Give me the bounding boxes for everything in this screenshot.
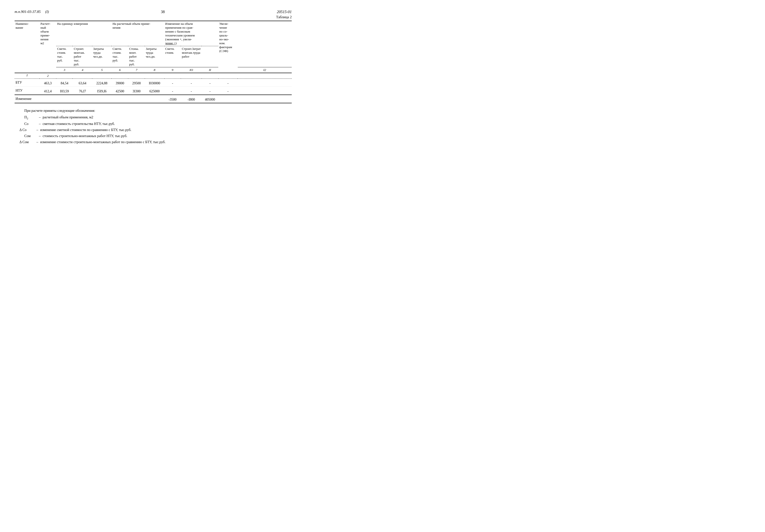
note-text-delta-co: изменение сметной стоимости по сравнению… [40, 128, 131, 132]
col-num-row-12: I 2 [15, 73, 292, 79]
doc-ref-text: т.п.901-03-37.85 [15, 10, 41, 14]
note-symbol-delta-co: Δ Со [19, 128, 36, 132]
ntu-col9: - [164, 87, 181, 95]
notes-section: При расчете приняты следующие обозначени… [15, 109, 292, 144]
change-col10: -I800 [181, 95, 202, 103]
doc-ref: т.п.901-03-37.85 (I) [15, 10, 49, 14]
btu-col5: 2224,88 [92, 79, 112, 87]
col-num-1: I [15, 73, 40, 79]
ntu-col8: 625000 [145, 87, 164, 95]
btu-col3: 84,54 [56, 79, 73, 87]
ntu-name: НТУ [15, 87, 40, 95]
btu-col10: - [181, 79, 202, 87]
change-col3 [56, 95, 73, 103]
table-row-btu: БТУ 463,3 84,54 63,64 2224,88 39000 2950… [15, 79, 292, 87]
col-num-8: 8 [145, 67, 164, 73]
note-symbol-delta-com: Δ Сом [19, 140, 36, 144]
change-col6 [112, 95, 128, 103]
table-row-ntu: НТУ 412,4 I03,59 76,I7 I5I9,I6 42500 3I3… [15, 87, 292, 95]
table-title: Таблица 2 [15, 15, 292, 19]
change-col9: -3500 [164, 95, 181, 103]
ntu-col4: 76,I7 [73, 87, 92, 95]
btu-name: БТУ [15, 79, 40, 87]
col-header-vol: Расчет-ныйобъемприме-нениям2 [40, 21, 56, 73]
btu-col7: 29500 [128, 79, 145, 87]
note-dash-co: – [39, 122, 41, 126]
col-header-stroit-mont: Строит.монтаж.работтыс.руб. [73, 46, 92, 67]
note-item-delta-com: Δ Сом – изменение стоимости строительно-… [19, 140, 292, 144]
col-header-stony-mont: Стоны.монт.работтыс.руб. [128, 46, 145, 67]
btu-col4: 63,64 [73, 79, 92, 87]
ntu-col2: 412,4 [40, 87, 56, 95]
note-text-co: сметная стоимость строительства НТУ, тыс… [43, 122, 115, 126]
main-table: Наимено-вание Расчет-ныйобъемприме-нения… [15, 21, 292, 103]
btu-col12: - [218, 79, 238, 87]
change-col11: 405000 [202, 95, 218, 103]
col-num-3: 3 [56, 67, 73, 73]
col-num-5: 5 [92, 67, 112, 73]
col-num-9: 9 [164, 67, 181, 73]
col-header-smeta-stoi: Сметн.стоим.тыс.руб. [56, 46, 73, 67]
ntu-col10: - [181, 87, 202, 95]
change-col7 [128, 95, 145, 103]
page-header: т.п.901-03-37.85 (I) 38 20515-01 [15, 10, 292, 14]
col-header-change: Изменение на объемприменения по срав-нен… [164, 21, 218, 46]
col-header-name: Наимено-вание [15, 21, 40, 73]
change-col4 [73, 95, 92, 103]
col-header-stroit-change: Строит.Затратмонтаж.трударабот [181, 46, 202, 67]
col-num-6: 6 [112, 67, 128, 73]
note-dash-delta-com: – [36, 140, 38, 144]
doc-code: 20515-01 [277, 10, 292, 14]
note-text-com: стоимость строительно-монтажных работ НТ… [43, 134, 127, 138]
btu-col8: I030000 [145, 79, 164, 87]
note-symbol-com: Сом [24, 134, 39, 138]
note-dash-delta-co: – [36, 128, 38, 132]
note-item-com: Сом – стоимость строительно-монтажных ра… [24, 134, 292, 138]
note-item-delta-co: Δ Со – изменение сметной стоимости по ср… [19, 128, 292, 132]
col-num-11: II [202, 67, 218, 73]
col-header-smeta-change: Сметн.стоим. [164, 46, 181, 67]
change-col5 [92, 95, 112, 103]
ntu-col3: I03,59 [56, 87, 73, 95]
col-header-zatrat-change [202, 46, 218, 67]
ntu-col7: 3I300 [128, 87, 145, 95]
doc-num-text: (I) [45, 10, 49, 14]
note-symbol-p2: П2 [24, 115, 39, 120]
ntu-col5: I5I9,I6 [92, 87, 112, 95]
note-item-p2: П2 – расчетный объем применения, м2 [24, 115, 292, 120]
header-top-border: Наимено-вание Расчет-ныйобъемприме-нения… [15, 21, 292, 46]
col-header-zatrat-truda: Затратытрудачел.дн. [92, 46, 112, 67]
page-num: 38 [161, 10, 165, 14]
col-num-10: IO [181, 67, 202, 73]
btu-col11: - [202, 79, 218, 87]
col-num-4: 4 [73, 67, 92, 73]
col-num-12: I2 [238, 67, 292, 73]
col-num-spacer [56, 73, 238, 79]
change-col12 [218, 95, 238, 103]
col-header-unit: На единицу измерения [56, 21, 112, 46]
notes-intro: При расчете приняты следующие обозначени… [24, 109, 292, 113]
note-symbol-co: Со [24, 122, 39, 126]
change-name: Изменение [15, 95, 40, 103]
note-item-co: Со – сметная стоимость строительства НТУ… [24, 122, 292, 126]
col-num-7: 7 [128, 67, 145, 73]
ntu-col11: - [202, 87, 218, 95]
table-row-change: Изменение -3500 -I800 405000 [15, 95, 292, 103]
col-header-volume-group: На расчетный объем приме-нения [112, 21, 164, 46]
col-header-sef: Увели-чениепо со-циаль-но-эко-ном.фактор… [218, 21, 238, 73]
note-text-p2: расчетный объем применения, м2 [43, 115, 93, 119]
ntu-col12: - [218, 87, 238, 95]
note-dash-p2: – [39, 115, 41, 119]
ntu-col6: 42500 [112, 87, 128, 95]
change-col8 [145, 95, 164, 103]
btu-col2: 463,3 [40, 79, 56, 87]
change-col2 [40, 95, 56, 103]
col-header-smeta-vol: Сметн.стоим.тыс.руб. [112, 46, 128, 67]
header-num-row: 3 4 5 6 7 8 9 IO II I2 [15, 67, 292, 73]
note-text-delta-com: изменение стоимости строительно-монтажны… [40, 140, 166, 144]
btu-col9: - [164, 79, 181, 87]
btu-col6: 39000 [112, 79, 128, 87]
col-num-2: 2 [40, 73, 56, 79]
header-sub-row: Сметн.стоим.тыс.руб. Строит.монтаж.работ… [15, 46, 292, 67]
note-dash-com: – [39, 134, 41, 138]
